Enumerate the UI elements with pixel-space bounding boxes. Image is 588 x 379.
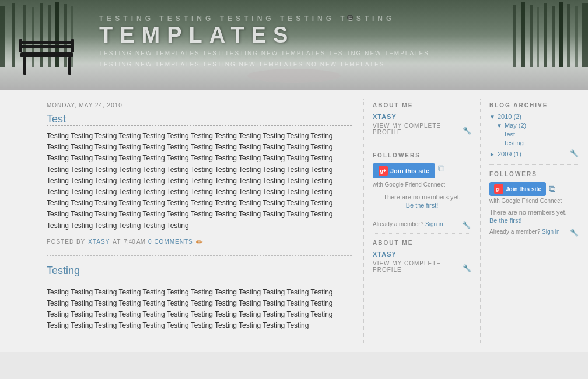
post-2-title[interactable]: Testing [47,265,352,277]
svg-rect-26 [23,57,26,75]
post-2-body: Testing Testing Testing Testing Testing … [47,287,352,332]
followers-section: FOLLOWERS g+ Join this site ⧉ with Googl… [373,152,471,209]
followers-title: FOLLOWERS [373,152,471,159]
be-first-link[interactable]: Be the first! [373,202,471,209]
join-btn[interactable]: g+ Join this site [373,163,435,178]
post-1-title[interactable]: Test [47,113,66,125]
post-2: Testing Testing Testing Testing Testing … [47,265,352,332]
archive-2009-row: ► 2009 (1) 🔧 [489,149,579,159]
header-desc2: TESTING NEW TEMPLATES TESTING NEW TEMPLA… [99,59,576,70]
archive-2010-triangle[interactable]: ▼ [489,114,495,120]
already-member-text: Already a member? [373,221,424,227]
wrench-icon-5[interactable]: 🔧 [570,229,579,238]
join-btn-right[interactable]: g+ Join this site [489,182,546,196]
archive-post-test[interactable]: Test [489,131,579,138]
no-members-right: There are no members yet. [489,209,579,216]
archive-may-row: ▼ May (2) [489,122,579,129]
header-text-area: TESTING TESTING TESTING TESTING TESTING … [93,9,576,70]
join-btn-label: Join this site [390,167,429,174]
post-1-footer: POSTED BY XTASY AT 7:40 AM 0 COMMENTS ✏ [47,237,352,247]
post-separator [47,255,352,256]
post-1: MONDAY, MAY 24, 2010 Test Testing Testin… [47,102,352,247]
google-friend-connect-right: with Google Friend Connect [489,198,579,204]
wrench-icon-1[interactable]: 🔧 [463,127,471,136]
svg-rect-27 [68,57,71,75]
header-title-small: TESTING TESTING TESTING TESTING TESTING [99,15,576,23]
post-1-author[interactable]: XTASY [88,238,110,245]
about-me-title-2: ABOUT ME [373,240,471,246]
header-title-templates: TEMPLATES [99,23,576,48]
already-member-right-text: Already a member? [489,229,540,235]
archive-2010-link[interactable]: 2010 (2) [498,113,522,120]
post-1-comments[interactable]: 0 COMMENTS [148,238,193,245]
post-2-divider [47,282,352,282]
followers-join-row: g+ Join this site ⧉ [373,163,471,178]
join-btn-right-label: Join this site [506,186,541,192]
copy-icon-right[interactable]: ⧉ [549,184,555,194]
header: TESTING TESTING TESTING TESTING TESTING … [0,0,588,90]
google-friend-connect: with Google Friend Connect [373,181,471,188]
post-1-at: AT [113,238,121,245]
header-desc1: TESTING NEW TEMPLATES TESTITESTING NEW T… [99,48,576,59]
google-icon-right: g+ [494,184,503,194]
followers-right-join-row: g+ Join this site ⧉ [489,182,579,196]
main-wrapper: MONDAY, MAY 24, 2010 Test Testing Testin… [0,90,588,352]
sign-in-link[interactable]: Sign in [425,221,443,227]
header-content: TESTING TESTING TESTING TESTING TESTING … [0,0,588,90]
svg-rect-23 [20,52,73,57]
no-members-text: There are no members yet. [373,194,471,201]
sidebar-divider-3 [373,233,471,234]
wrench-icon-2[interactable]: 🔧 [462,221,471,230]
post-1-divider [47,125,352,126]
svg-rect-29 [71,39,74,52]
svg-rect-24 [20,41,73,44]
post-1-body: Testing Testing Testing Testing Testing … [47,131,352,231]
content-area: MONDAY, MAY 24, 2010 Test Testing Testin… [0,99,363,343]
view-profile-link[interactable]: VIEW MY COMPLETE PROFILE [373,122,463,135]
xtasy-link[interactable]: XTASY [373,113,471,120]
archive-may-link[interactable]: May (2) [505,122,526,129]
bench-area [12,9,93,85]
wrench-icon-4[interactable]: 🔧 [570,149,579,159]
archive-post-testing[interactable]: Testing [489,139,579,146]
post-1-time: 7:40 AM [124,238,145,245]
blog-archive-title: BLOG ARCHIVE [489,102,579,108]
sidebar-mid: ABOUT ME XTASY VIEW MY COMPLETE PROFILE … [363,99,480,343]
archive-may-triangle[interactable]: ▼ [496,122,502,129]
sidebar-right-divider-1 [489,164,579,165]
followers-right-title: FOLLOWERS [489,171,579,177]
already-member: Already a member? Sign in 🔧 [373,221,471,227]
xtasy-link-2[interactable]: XTASY [373,251,471,258]
sidebar-divider-2 [373,215,471,215]
already-member-right: Already a member? Sign in 🔧 [489,229,579,235]
google-icon: g+ [379,166,388,176]
about-me-section: ABOUT ME XTASY VIEW MY COMPLETE PROFILE … [373,102,471,140]
about-me-title: ABOUT ME [373,102,471,108]
wrench-icon-3[interactable]: 🔧 [463,264,471,273]
view-profile-link-2[interactable]: VIEW MY COMPLETE PROFILE [373,260,463,273]
svg-rect-25 [20,45,73,48]
archive-2009-triangle[interactable]: ► [489,151,495,157]
post-1-edit-icon[interactable]: ✏ [196,237,203,247]
be-first-right[interactable]: Be the first! [489,217,579,224]
post-1-posted-label: POSTED BY [47,238,85,245]
sidebar-divider-1 [373,146,471,146]
archive-2010-row: ▼ 2010 (2) [489,113,579,120]
post-1-date: MONDAY, MAY 24, 2010 [47,102,352,108]
copy-icon-1[interactable]: ⧉ [438,163,444,174]
followers-right-section: FOLLOWERS g+ Join this site ⧉ with Googl… [489,171,579,235]
bench-svg [15,26,85,79]
archive-2009-link[interactable]: 2009 (1) [498,150,522,157]
svg-rect-28 [19,39,22,52]
sidebar-right: BLOG ARCHIVE ▼ 2010 (2) ▼ May (2) Test T… [480,99,588,343]
blog-archive-section: BLOG ARCHIVE ▼ 2010 (2) ▼ May (2) Test T… [489,102,579,159]
about-me-section-2: ABOUT ME XTASY VIEW MY COMPLETE PROFILE … [373,240,471,278]
sign-in-right-link[interactable]: Sign in [542,229,560,235]
